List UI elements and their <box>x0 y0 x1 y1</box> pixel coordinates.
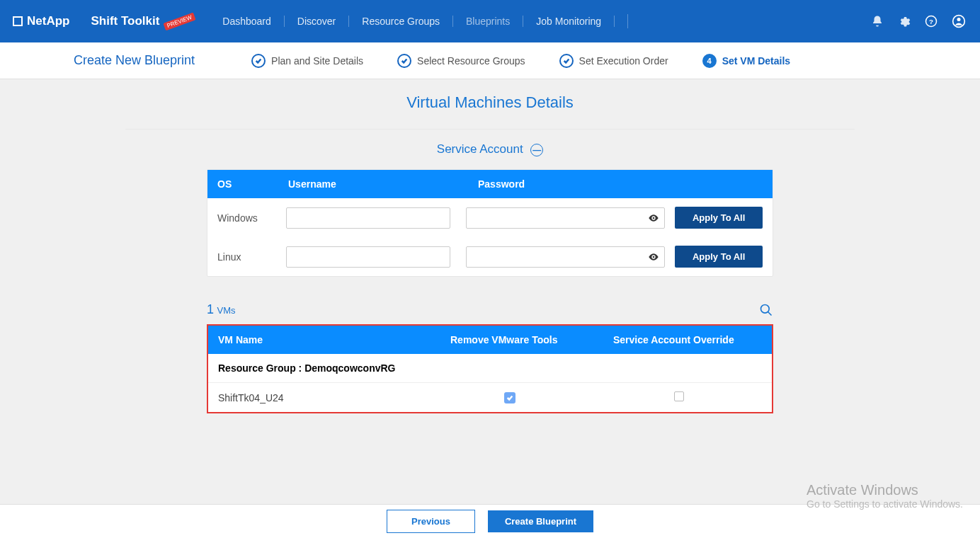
brand-logo: NetApp <box>13 14 69 28</box>
product-name: Shift Toolkit <box>91 14 159 28</box>
step-label: Set VM Details <box>722 55 790 67</box>
watermark-title: Activate Windows <box>807 482 963 498</box>
svg-point-3 <box>957 18 961 21</box>
gear-icon[interactable] <box>898 15 911 28</box>
section-title: Service Account <box>437 142 523 156</box>
password-input-windows[interactable] <box>466 207 666 229</box>
vm-count-number: 1 <box>207 302 214 316</box>
table-row: Linux Apply To All <box>207 237 773 276</box>
section-header: Service Account — <box>125 142 855 156</box>
col-vm-name: VM Name <box>218 334 450 345</box>
page-title: Create New Blueprint <box>74 53 195 68</box>
check-icon <box>251 54 266 68</box>
create-blueprint-button[interactable]: Create Blueprint <box>488 510 593 532</box>
username-input-linux[interactable] <box>286 246 450 268</box>
search-icon[interactable] <box>759 303 773 317</box>
col-os: OS <box>217 178 288 190</box>
svg-line-7 <box>768 311 772 315</box>
vm-count: 1 VMs <box>207 302 235 317</box>
os-label: Linux <box>217 251 286 263</box>
svg-point-5 <box>653 256 655 258</box>
collapse-icon[interactable]: — <box>530 144 543 156</box>
nav-job-monitoring[interactable]: Job Monitoring <box>523 16 615 27</box>
vms-summary-row: 1 VMs <box>207 302 773 317</box>
help-icon[interactable]: ? <box>925 15 938 28</box>
footer-actions: Previous Create Blueprint <box>0 504 980 538</box>
vm-name-cell: ShiftTk04_U24 <box>218 392 450 404</box>
preview-badge: PREVIEW <box>164 12 196 30</box>
override-cell <box>613 391 762 404</box>
step-label: Plan and Site Details <box>271 55 363 67</box>
netapp-logo-icon <box>13 16 23 26</box>
col-service-override: Service Account Override <box>613 334 762 345</box>
table-row: ShiftTk04_U24 <box>208 383 772 412</box>
username-input-windows[interactable] <box>286 207 450 229</box>
check-icon <box>397 54 411 68</box>
step-plan-site[interactable]: Plan and Site Details <box>251 54 363 68</box>
main-content: Virtual Machines Details Service Account… <box>0 79 980 470</box>
vm-table-highlighted: VM Name Remove VMware Tools Service Acco… <box>207 324 773 413</box>
svg-text:?: ? <box>929 18 933 25</box>
os-label: Windows <box>217 212 286 224</box>
col-password: Password <box>478 178 690 190</box>
step-resource-groups[interactable]: Select Resource Groups <box>397 54 525 68</box>
previous-button[interactable]: Previous <box>387 510 475 533</box>
password-input-linux[interactable] <box>466 246 666 268</box>
nav-blueprints[interactable]: Blueprints <box>453 16 523 27</box>
table-header: OS Username Password <box>207 170 773 198</box>
resource-group-row: Resource Group : DemoqcowconvRG <box>208 354 772 383</box>
vm-count-label: VMs <box>217 305 235 316</box>
nav-dashboard[interactable]: Dashboard <box>210 16 285 27</box>
col-username: Username <box>288 178 478 190</box>
user-icon[interactable] <box>952 14 966 28</box>
svg-point-4 <box>653 217 655 219</box>
bell-icon[interactable] <box>871 15 884 28</box>
apply-all-windows-button[interactable]: Apply To All <box>675 207 763 229</box>
checkbox-checked[interactable] <box>504 392 515 404</box>
nav-discover[interactable]: Discover <box>285 16 349 27</box>
check-icon <box>559 54 574 68</box>
step-number-badge: 4 <box>702 54 717 68</box>
step-label: Select Resource Groups <box>417 55 525 67</box>
nav-divider <box>627 14 628 28</box>
step-label: Set Execution Order <box>579 55 668 67</box>
remove-tools-cell <box>450 392 613 404</box>
svg-point-6 <box>761 304 770 313</box>
header-actions: ? <box>871 14 966 28</box>
apply-all-linux-button[interactable]: Apply To All <box>675 246 763 268</box>
eye-icon[interactable] <box>648 251 659 263</box>
step-vm-details[interactable]: 4 Set VM Details <box>702 54 790 68</box>
checkbox-unchecked[interactable] <box>674 391 684 401</box>
nav-resource-groups[interactable]: Resource Groups <box>349 16 453 27</box>
table-row: Windows Apply To All <box>207 198 773 237</box>
eye-icon[interactable] <box>648 212 659 224</box>
step-execution-order[interactable]: Set Execution Order <box>559 54 668 68</box>
brand-name: NetApp <box>27 14 69 28</box>
col-remove-tools: Remove VMware Tools <box>450 334 613 345</box>
app-header: NetApp Shift Toolkit PREVIEW Dashboard D… <box>0 0 980 42</box>
content-title: Virtual Machines Details <box>406 93 574 112</box>
service-account-table: OS Username Password Windows Apply To Al… <box>207 169 773 277</box>
table-header: VM Name Remove VMware Tools Service Acco… <box>208 326 772 354</box>
top-nav: Dashboard Discover Resource Groups Bluep… <box>210 14 628 28</box>
stepper-bar: Create New Blueprint Plan and Site Detai… <box>0 42 980 79</box>
